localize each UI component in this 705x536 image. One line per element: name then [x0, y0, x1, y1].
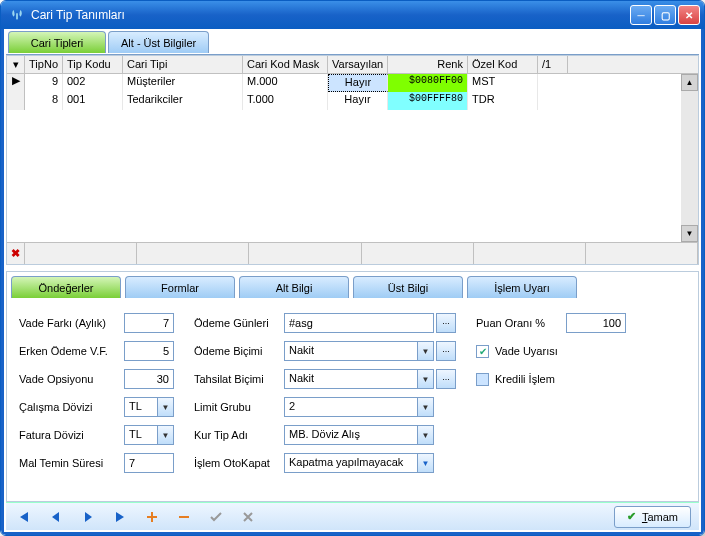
form-column-3: Puan Oranı % ✔Vade Uyarısı Kredili İşlem — [476, 312, 626, 493]
input-vade-opsiyonu[interactable] — [124, 369, 174, 389]
vertical-scrollbar[interactable]: ▲ ▼ — [681, 74, 698, 242]
svg-rect-0 — [16, 13, 18, 19]
combo-fatura-dovizi[interactable]: TL▼ — [124, 425, 174, 445]
grid: ▾ TipNo Tip Kodu Cari Tipi Cari Kod Mask… — [6, 55, 699, 265]
combo-kur-tip-adi[interactable]: MB. Döviz Alış▼ — [284, 425, 434, 445]
col-varsayilan[interactable]: Varsayılan — [328, 56, 388, 73]
col-renk[interactable]: Renk — [388, 56, 468, 73]
table-row[interactable]: 8001TedarikcilerT.000Hayır$00FFFF80TDR — [7, 92, 698, 110]
label-vade-farki: Vade Farkı (Aylık) — [19, 317, 124, 329]
label-vade-uyarisi: Vade Uyarısı — [495, 345, 558, 357]
last-button[interactable] — [110, 507, 130, 527]
label-odeme-bicimi: Ödeme Biçimi — [194, 345, 284, 357]
label-calisma-dovizi: Çalışma Dövizi — [19, 401, 124, 413]
add-button[interactable] — [142, 507, 162, 527]
input-odeme-gunleri[interactable] — [284, 313, 434, 333]
cell-tipkodu[interactable]: 002 — [63, 74, 123, 92]
app-window: Cari Tip Tanımları ─ ▢ ✕ Cari Tipleri Al… — [0, 0, 705, 536]
tab-alt-bilgi[interactable]: Alt Bilgi — [239, 276, 349, 298]
grid-footer: ✖ — [7, 242, 698, 264]
lookup-button[interactable]: ··· — [436, 313, 456, 333]
maximize-button[interactable]: ▢ — [654, 5, 676, 25]
navigator-bar: ✔TTamamamam — [6, 502, 699, 530]
cell-ozelkod[interactable]: TDR — [468, 92, 538, 110]
grid-body[interactable]: ▶9002MüşterilerM.000Hayır$0080FF00MST800… — [7, 74, 698, 242]
top-tabstrip: Cari Tipleri Alt - Üst Bilgiler — [6, 31, 699, 55]
row-indicator: ▶ — [7, 74, 25, 92]
label-puan-orani: Puan Oranı % — [476, 317, 566, 329]
cell-varsayilan[interactable]: Hayır — [328, 74, 388, 92]
lookup-button[interactable]: ··· — [436, 369, 456, 389]
chevron-down-icon: ▼ — [157, 398, 173, 416]
remove-button[interactable] — [174, 507, 194, 527]
chevron-down-icon: ▼ — [417, 342, 433, 360]
label-fatura-dovizi: Fatura Dövizi — [19, 429, 124, 441]
cell-mask[interactable]: M.000 — [243, 74, 328, 92]
tab-ust-bilgi[interactable]: Üst Bilgi — [353, 276, 463, 298]
table-row[interactable]: ▶9002MüşterilerM.000Hayır$0080FF00MST — [7, 74, 698, 92]
input-puan-orani[interactable] — [566, 313, 626, 333]
input-vade-farki[interactable] — [124, 313, 174, 333]
col-tipkodu[interactable]: Tip Kodu — [63, 56, 123, 73]
col-mask[interactable]: Cari Kod Mask — [243, 56, 328, 73]
combo-islem-otokapat[interactable]: Kapatma yapılmayacak▼ — [284, 453, 434, 473]
grid-header: ▾ TipNo Tip Kodu Cari Tipi Cari Kod Mask… — [7, 56, 698, 74]
first-button[interactable] — [14, 507, 34, 527]
tab-cari-tipleri[interactable]: Cari Tipleri — [8, 31, 106, 53]
tab-ondegerler[interactable]: Öndeğerler — [11, 276, 121, 298]
input-erken-odeme[interactable] — [124, 341, 174, 361]
col-tipno[interactable]: TipNo — [25, 56, 63, 73]
detail-panel: Öndeğerler Formlar Alt Bilgi Üst Bilgi İ… — [6, 271, 699, 502]
label-limit-grubu: Limit Grubu — [194, 401, 284, 413]
combo-odeme-bicimi[interactable]: Nakit▼ — [284, 341, 434, 361]
scroll-up[interactable]: ▲ — [681, 74, 698, 91]
combo-limit-grubu[interactable]: 2▼ — [284, 397, 434, 417]
tab-formlar[interactable]: Formlar — [125, 276, 235, 298]
bottom-tabstrip: Öndeğerler Formlar Alt Bilgi Üst Bilgi İ… — [11, 276, 694, 298]
cell-ozelkod[interactable]: MST — [468, 74, 538, 92]
lookup-button[interactable]: ··· — [436, 341, 456, 361]
tab-islem-uyari[interactable]: İşlem Uyarı — [467, 276, 577, 298]
cell-renk[interactable]: $0080FF00 — [388, 74, 468, 92]
label-kur-tip-adi: Kur Tip Adı — [194, 429, 284, 441]
scroll-down[interactable]: ▼ — [681, 225, 698, 242]
cell-varsayilan[interactable]: Hayır — [328, 92, 388, 110]
input-mal-temin[interactable] — [124, 453, 174, 473]
cell-mask[interactable]: T.000 — [243, 92, 328, 110]
cancel-button[interactable] — [238, 507, 258, 527]
label-tahsilat-bicimi: Tahsilat Biçimi — [194, 373, 284, 385]
chevron-down-icon: ▼ — [157, 426, 173, 444]
close-button[interactable]: ✕ — [678, 5, 700, 25]
prev-button[interactable] — [46, 507, 66, 527]
cell-tipkodu[interactable]: 001 — [63, 92, 123, 110]
col-caritipi[interactable]: Cari Tipi — [123, 56, 243, 73]
delete-row-button[interactable]: ✖ — [7, 243, 25, 264]
label-kredili-islem: Kredili İşlem — [495, 373, 555, 385]
col-sort[interactable]: /1 — [538, 56, 568, 73]
combo-tahsilat-bicimi[interactable]: Nakit▼ — [284, 369, 434, 389]
tab-alt-ust-bilgiler[interactable]: Alt - Üst Bilgiler — [108, 31, 209, 53]
confirm-button[interactable] — [206, 507, 226, 527]
window-title: Cari Tip Tanımları — [31, 8, 624, 22]
next-button[interactable] — [78, 507, 98, 527]
cell-caritipi[interactable]: Müşteriler — [123, 74, 243, 92]
form-body: Vade Farkı (Aylık) Erken Ödeme V.F. Vade… — [11, 308, 694, 497]
cell-renk[interactable]: $00FFFF80 — [388, 92, 468, 110]
cell-tipno[interactable]: 8 — [25, 92, 63, 110]
cell-tipno[interactable]: 9 — [25, 74, 63, 92]
label-mal-temin: Mal Temin Süresi — [19, 457, 124, 469]
cell-caritipi[interactable]: Tedarikciler — [123, 92, 243, 110]
label-vade-opsiyonu: Vade Opsiyonu — [19, 373, 124, 385]
checkbox-vade-uyarisi[interactable]: ✔ — [476, 345, 489, 358]
tamam-button[interactable]: ✔TTamamamam — [614, 506, 691, 528]
minimize-button[interactable]: ─ — [630, 5, 652, 25]
chevron-down-icon: ▼ — [417, 426, 433, 444]
col-ozelkod[interactable]: Özel Kod — [468, 56, 538, 73]
checkbox-kredili-islem[interactable] — [476, 373, 489, 386]
check-icon: ✔ — [627, 510, 636, 523]
grid-menu-button[interactable]: ▾ — [7, 56, 25, 73]
combo-calisma-dovizi[interactable]: TL▼ — [124, 397, 174, 417]
svg-rect-1 — [179, 516, 189, 518]
label-odeme-gunleri: Ödeme Günleri — [194, 317, 284, 329]
row-indicator — [7, 92, 25, 110]
